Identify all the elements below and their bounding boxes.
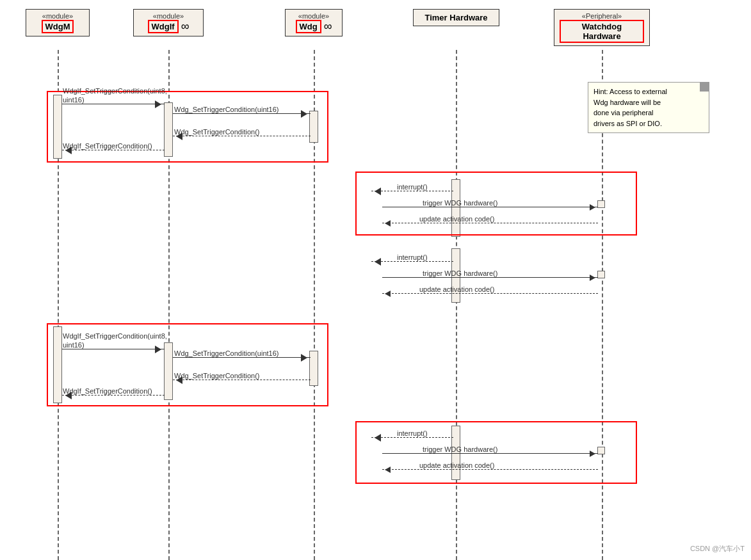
arrow-label-9: trigger WDG hardware()	[423, 269, 497, 277]
arrow-5	[371, 191, 453, 191]
lifeline-wdg: «module» Wdg ∞	[285, 9, 343, 36]
arrow-7	[382, 223, 598, 223]
arrow-6	[382, 207, 598, 207]
arrow-16	[382, 453, 598, 454]
wdg-stereotype: «module»	[291, 12, 337, 20]
arrow-10	[382, 293, 598, 294]
watchdog-hw-name: Watchdog Hardware	[560, 20, 644, 43]
arrow-label-5: interrupt()	[397, 183, 428, 191]
arrow-8	[371, 261, 453, 262]
lifeline-wdgif: «module» WdgIf ∞	[133, 9, 204, 36]
arrow-13	[173, 380, 311, 380]
arrow-label-15: interrupt()	[397, 429, 428, 437]
arrow-label-14: WdgIf_SetTriggerCondition()	[63, 387, 152, 395]
arrow-label-7: update activation code()	[419, 215, 494, 223]
wdgif-name: WdgIf	[148, 20, 179, 33]
lifeline-watchdog-hw: «Peripheral» Watchdog Hardware	[554, 9, 650, 46]
hint-note: Hint: Access to externalWdg hardware wil…	[588, 82, 709, 133]
arrow-label-12: Wdg_SetTriggerCondition(uint16)	[174, 349, 279, 357]
arrow-12	[173, 357, 311, 358]
arrow-9	[382, 277, 598, 278]
arrow-14	[62, 395, 165, 396]
wdgif-infinity: ∞	[181, 20, 190, 33]
arrow-label-4: WdgIf_SetTriggerCondition()	[63, 142, 152, 150]
arrow-15	[371, 437, 453, 438]
wdgm-name: WdgM	[42, 20, 74, 33]
arrow-3	[173, 136, 311, 136]
arrow-4	[62, 150, 165, 150]
hint-text: Hint: Access to externalWdg hardware wil…	[594, 88, 667, 127]
wdgm-stereotype: «module»	[31, 12, 84, 20]
arrow-label-11: WdgIf_SetTriggerCondition(uint8,uint16)	[63, 332, 167, 350]
arrow-label-13: Wdg_SetTriggerCondition()	[174, 372, 259, 380]
arrow-label-10: update activation code()	[419, 285, 494, 293]
arrow-17	[382, 469, 598, 470]
wdg-name: Wdg	[296, 20, 321, 33]
wdgif-stereotype: «module»	[139, 12, 198, 20]
arrow-label-16: trigger WDG hardware()	[423, 445, 497, 453]
arrow-label-17: update activation code()	[419, 461, 494, 469]
timer-name: Timer Hardware	[422, 12, 490, 23]
watermark: CSDN @汽车小T	[690, 544, 745, 554]
lifeline-timer: Timer Hardware	[413, 9, 499, 26]
arrow-label-3: Wdg_SetTriggerCondition()	[174, 128, 259, 136]
watchdog-hw-stereotype: «Peripheral»	[560, 12, 644, 20]
arrow-2	[173, 113, 311, 114]
arrow-label-2: Wdg_SetTriggerCondition(uint16)	[174, 106, 279, 113]
arrow-label-6: trigger WDG hardware()	[423, 199, 497, 207]
diagram-container: «module» WdgM «module» WdgIf ∞ «module» …	[0, 0, 751, 560]
wdg-infinity: ∞	[324, 20, 332, 33]
arrow-label-8: interrupt()	[397, 253, 428, 261]
arrow-label-1: WdgIf_SetTriggerCondition(uint8,uint16)	[63, 86, 167, 105]
lifeline-wdgm: «module» WdgM	[26, 9, 90, 36]
